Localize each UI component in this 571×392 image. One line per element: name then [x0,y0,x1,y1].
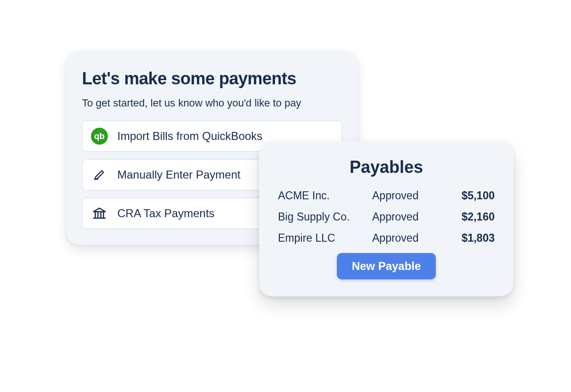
payable-name: ACME Inc. [278,189,372,202]
payable-status: Approved [372,189,438,202]
option-label: CRA Tax Payments [117,207,214,220]
payable-status: Approved [372,232,438,245]
pencil-icon [91,166,108,183]
table-row: ACME Inc. Approved $5,100 [278,189,495,202]
payable-name: Big Supply Co. [278,211,372,223]
table-row: Empire LLC Approved $1,803 [278,232,495,245]
bank-icon [91,205,108,222]
payables-card: Payables ACME Inc. Approved $5,100 Big S… [259,141,514,296]
payables-title: Payables [278,157,495,177]
new-payable-button[interactable]: New Payable [337,253,436,279]
payable-status: Approved [372,211,438,223]
payments-title: Let's make some payments [82,69,342,89]
payments-subtitle: To get started, let us know who you'd li… [82,97,342,109]
payable-amount: $1,803 [438,232,495,245]
option-label: Manually Enter Payment [117,168,240,181]
payable-amount: $5,100 [438,189,495,202]
option-label: Import Bills from QuickBooks [117,130,262,143]
svg-marker-0 [94,208,106,212]
payable-amount: $2,160 [438,211,495,223]
table-row: Big Supply Co. Approved $2,160 [278,211,495,223]
payable-name: Empire LLC [278,232,372,245]
quickbooks-icon: qb [91,128,108,145]
